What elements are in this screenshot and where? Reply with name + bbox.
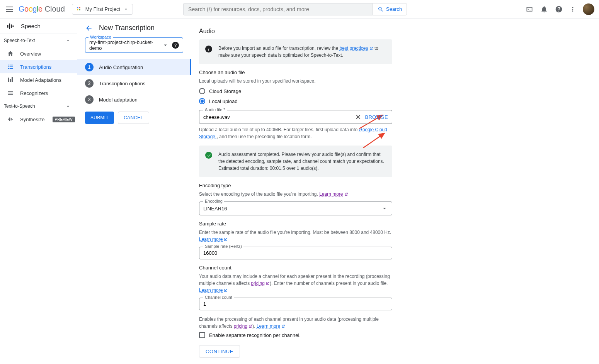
submit-button[interactable]: SUBMIT [85, 112, 114, 124]
svg-rect-8 [9, 23, 10, 29]
workspace-label: Workspace [88, 35, 113, 39]
sidebar: Speech Speech-to-Text Overview Transcrip… [0, 19, 77, 364]
chevron-down-icon [381, 205, 388, 212]
external-link-icon [281, 324, 285, 328]
sidebar-header: Speech [0, 19, 77, 34]
external-link-icon [223, 288, 228, 293]
svg-point-6 [572, 10, 573, 12]
checkbox-icon [199, 332, 205, 338]
menu-icon[interactable] [5, 5, 14, 14]
sample-label: Sample rate (Hertz) [203, 244, 243, 249]
cloud-shell-icon[interactable] [526, 5, 533, 13]
speech-icon [6, 22, 15, 30]
svg-point-0 [77, 7, 78, 8]
encoding-label: Encoding [203, 199, 224, 203]
channel-count-field: Channel count [199, 298, 392, 310]
learn-more-sample-link[interactable]: Learn more [199, 237, 228, 242]
sample-rate-input[interactable] [203, 250, 388, 256]
nav-overview[interactable]: Overview [0, 47, 77, 60]
learn-more-channel-link[interactable]: Learn more [199, 288, 228, 293]
nav-synthesize[interactable]: Synthesize PREVIEW [0, 113, 77, 126]
sample-rate-field: Sample rate (Hertz) [199, 247, 392, 259]
pricing-link-2[interactable]: pricing [234, 323, 252, 329]
separate-recognition-checkbox-row[interactable]: Enable separate recognition per channel. [199, 332, 392, 338]
svg-point-5 [572, 8, 573, 10]
separate-help: Enables the processing of each channel p… [199, 316, 392, 330]
project-selector[interactable]: My First Project [72, 4, 133, 15]
radio-icon [199, 98, 205, 104]
svg-point-4 [572, 7, 573, 8]
encoding-value: LINEAR16 [203, 206, 381, 212]
best-practices-link[interactable]: best practices [340, 46, 373, 51]
svg-point-2 [77, 9, 78, 10]
svg-rect-12 [10, 79, 11, 82]
info-banner: i Before you import an audio file for tr… [199, 39, 392, 64]
project-icon [76, 6, 82, 12]
search-button[interactable]: Search [373, 3, 407, 15]
help-icon[interactable]: ? [172, 42, 179, 49]
audio-file-input[interactable] [203, 114, 355, 120]
stepper-panel: New Transcription Workspace my-first-pro… [77, 19, 191, 364]
section-speech-to-text[interactable]: Speech-to-Text [0, 34, 77, 47]
pricing-link[interactable]: pricing [251, 281, 270, 286]
cancel-button[interactable]: CANCEL [118, 112, 149, 124]
clear-icon[interactable] [355, 113, 362, 120]
avatar[interactable] [583, 3, 594, 15]
top-header: Google Cloud My First Project Search [0, 0, 599, 19]
info-icon: i [205, 46, 212, 52]
continue-button[interactable]: CONTINUE [199, 345, 240, 358]
upload-help: Upload a local audio file of up to 400MB… [199, 126, 392, 140]
audio-heading: Audio [199, 28, 392, 35]
home-icon [7, 50, 14, 57]
chevron-down-icon [162, 42, 169, 49]
notifications-icon[interactable] [540, 5, 548, 13]
encoding-help: Select the encoding type of the audio fi… [199, 191, 392, 198]
more-icon[interactable] [570, 5, 576, 13]
workspace-value: my-first-project-chirp-bucket-demo [89, 39, 162, 51]
sample-help: Enter the sample rate of the audio file … [199, 229, 392, 243]
step-transcription-options[interactable]: 2 Transcription options [77, 75, 191, 91]
nav-transcriptions[interactable]: Transcriptions [0, 60, 77, 73]
radio-local-upload[interactable]: Local upload [199, 96, 392, 106]
learn-more-separate-link[interactable]: Learn more [257, 323, 285, 329]
section-text-to-speech[interactable]: Text-to-Speech [0, 100, 77, 113]
search-icon [378, 6, 384, 12]
search-input[interactable] [183, 3, 373, 15]
assessment-banner: Audio assessment completed. Please revie… [199, 146, 392, 177]
channel-count-heading: Channel count [199, 265, 392, 271]
audio-file-label: Audio file * [203, 107, 227, 112]
recognizers-icon [7, 90, 14, 97]
choose-help: Local uploads will be stored in your spe… [199, 78, 392, 85]
svg-rect-10 [13, 25, 14, 27]
step-audio-configuration[interactable]: 1 Audio Configuration [77, 59, 191, 75]
svg-point-1 [79, 7, 80, 8]
chevron-up-icon [65, 103, 71, 109]
channel-count-input[interactable] [203, 301, 388, 307]
svg-rect-9 [11, 24, 12, 28]
radio-cloud-storage[interactable]: Cloud Storage [199, 86, 392, 96]
learn-more-encoding-link[interactable]: Learn more [319, 191, 348, 197]
external-link-icon [344, 192, 348, 196]
content-panel: Audio i Before you import an audio file … [191, 19, 599, 364]
browse-button[interactable]: BROWSE [365, 114, 388, 120]
workspace-select[interactable]: Workspace my-first-project-chirp-bucket-… [85, 37, 183, 53]
nav-recognizers[interactable]: Recognizers [0, 86, 77, 100]
encoding-select[interactable]: Encoding LINEAR16 [199, 201, 392, 215]
nav-model-adaptations[interactable]: Model Adaptations [0, 73, 77, 86]
channel-label: Channel count [203, 295, 234, 300]
radio-icon [199, 88, 205, 94]
channel-help: Your audio data may include a channel fo… [199, 273, 392, 294]
header-actions [526, 3, 594, 15]
svg-point-3 [79, 9, 80, 10]
help-icon[interactable] [555, 5, 563, 13]
svg-rect-7 [7, 25, 9, 27]
logo[interactable]: Google Cloud [19, 5, 65, 14]
preview-badge: PREVIEW [53, 117, 75, 122]
chevron-down-icon [123, 7, 129, 12]
back-arrow-icon[interactable] [85, 24, 93, 32]
step-model-adaptation[interactable]: 3 Model adaptation [77, 91, 191, 108]
adaptations-icon [7, 76, 14, 83]
synthesize-icon [7, 116, 14, 123]
encoding-heading: Encoding type [199, 183, 392, 188]
project-name: My First Project [85, 6, 120, 12]
